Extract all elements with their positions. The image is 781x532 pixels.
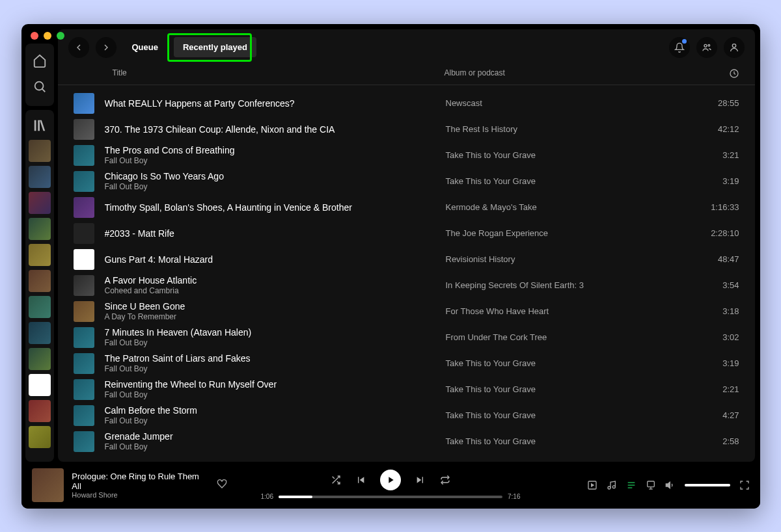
library-item[interactable] xyxy=(29,296,51,318)
library-item[interactable] xyxy=(29,322,51,344)
track-album[interactable]: In Keeping Secrets Of Silent Earth: 3 xyxy=(446,280,690,290)
track-title[interactable]: 370. The 1973 Chilean Coup: Allende, Nix… xyxy=(105,124,435,135)
fullscreen-button[interactable] xyxy=(739,480,750,490)
track-artist[interactable]: Fall Out Boy xyxy=(105,416,435,425)
track-title[interactable]: Guns Part 4: Moral Hazard xyxy=(105,254,435,265)
library-item[interactable] xyxy=(29,348,51,370)
now-playing-view-button[interactable] xyxy=(587,480,597,490)
svg-point-4 xyxy=(708,44,710,46)
track-row[interactable]: 7 Minutes In Heaven (Atavan Halen)Fall O… xyxy=(58,325,755,351)
track-row[interactable]: #2033 - Matt RifeThe Joe Rogan Experienc… xyxy=(58,220,755,246)
back-button[interactable] xyxy=(68,37,89,58)
volume-icon[interactable] xyxy=(665,480,676,490)
search-icon[interactable] xyxy=(27,75,53,98)
svg-point-5 xyxy=(732,44,735,47)
track-row[interactable]: The Patron Saint of Liars and FakesFall … xyxy=(58,351,755,377)
track-title[interactable]: Calm Before the Storm xyxy=(105,405,435,416)
seek-bar[interactable] xyxy=(279,496,502,498)
library-item[interactable] xyxy=(29,270,51,292)
track-artist[interactable]: Fall Out Boy xyxy=(105,156,435,165)
tab-recently-played[interactable]: Recently played xyxy=(174,37,256,57)
track-row[interactable]: 370. The 1973 Chilean Coup: Allende, Nix… xyxy=(58,116,755,142)
library-item[interactable] xyxy=(29,218,51,240)
track-artist[interactable]: Coheed and Cambria xyxy=(105,286,435,295)
like-button[interactable] xyxy=(217,479,227,492)
track-album[interactable]: Newscast xyxy=(446,98,690,108)
track-row[interactable]: The Pros and Cons of BreathingFall Out B… xyxy=(58,142,755,168)
track-title[interactable]: The Pros and Cons of Breathing xyxy=(105,145,435,155)
track-title[interactable]: #2033 - Matt Rife xyxy=(105,228,435,239)
track-artist[interactable]: Fall Out Boy xyxy=(105,442,435,451)
now-playing-artist[interactable]: Howard Shore xyxy=(72,491,204,499)
library-item[interactable] xyxy=(29,244,51,266)
track-album[interactable]: Take This to Your Grave xyxy=(446,384,690,394)
track-row[interactable]: Since U Been GoneA Day To RememberFor Th… xyxy=(58,299,755,325)
track-title[interactable]: Reinventing the Wheel to Run Myself Over xyxy=(105,379,435,390)
track-title[interactable]: Grenade Jumper xyxy=(105,431,435,442)
track-row[interactable]: Guns Part 4: Moral HazardRevisionist His… xyxy=(58,246,755,273)
library-item[interactable] xyxy=(29,192,51,214)
maximize-window[interactable] xyxy=(57,32,64,40)
track-art xyxy=(74,119,94,140)
track-album[interactable]: Kermode & Mayo's Take xyxy=(446,202,690,212)
track-album[interactable]: Take This to Your Grave xyxy=(446,150,690,160)
track-title[interactable]: 7 Minutes In Heaven (Atavan Halen) xyxy=(105,327,435,338)
now-playing-art[interactable] xyxy=(32,468,64,502)
track-art xyxy=(74,301,94,322)
track-artist[interactable]: Fall Out Boy xyxy=(105,390,435,399)
track-album[interactable]: The Joe Rogan Experience xyxy=(446,228,690,238)
next-button[interactable] xyxy=(415,475,426,485)
track-artist[interactable]: Fall Out Boy xyxy=(105,364,435,373)
track-artist[interactable]: Fall Out Boy xyxy=(105,182,435,191)
track-album[interactable]: Take This to Your Grave xyxy=(446,436,690,446)
friends-icon[interactable] xyxy=(696,37,717,58)
track-row[interactable]: Chicago Is So Two Years AgoFall Out BoyT… xyxy=(58,168,755,194)
track-row[interactable]: A Favor House AtlanticCoheed and Cambria… xyxy=(58,273,755,299)
track-row[interactable]: Timothy Spall, Bolan's Shoes, A Haunting… xyxy=(58,194,755,220)
play-button[interactable] xyxy=(380,470,401,490)
repeat-button[interactable] xyxy=(440,475,450,485)
track-album[interactable]: Revisionist History xyxy=(446,254,690,264)
previous-button[interactable] xyxy=(355,475,366,485)
track-artist[interactable]: A Day To Remember xyxy=(105,312,435,321)
track-art xyxy=(74,405,94,426)
window-traffic-lights[interactable] xyxy=(31,32,64,40)
track-row[interactable]: Calm Before the StormFall Out BoyTake Th… xyxy=(58,403,755,429)
track-title[interactable]: The Patron Saint of Liars and Fakes xyxy=(105,353,435,364)
track-title[interactable]: A Favor House Atlantic xyxy=(105,275,435,286)
track-art xyxy=(74,379,94,400)
close-window[interactable] xyxy=(31,32,38,40)
library-icon[interactable] xyxy=(27,115,53,136)
track-row[interactable]: Reinventing the Wheel to Run Myself Over… xyxy=(58,377,755,403)
volume-bar[interactable] xyxy=(685,484,730,486)
library-item[interactable] xyxy=(29,166,51,188)
home-icon[interactable] xyxy=(27,49,53,72)
track-title[interactable]: What REALLY Happens at Party Conferences… xyxy=(105,98,435,109)
track-row[interactable]: Grenade JumperFall Out BoyTake This to Y… xyxy=(58,429,755,455)
track-album[interactable]: The Rest Is History xyxy=(446,124,690,134)
now-playing-title[interactable]: Prologue: One Ring to Rule Them All xyxy=(72,472,204,491)
track-album[interactable]: Take This to Your Grave xyxy=(446,358,690,368)
track-row[interactable]: What REALLY Happens at Party Conferences… xyxy=(58,90,755,116)
forward-button[interactable] xyxy=(96,37,116,58)
library-item[interactable] xyxy=(29,400,51,422)
track-title[interactable]: Chicago Is So Two Years Ago xyxy=(105,171,435,181)
minimize-window[interactable] xyxy=(44,32,51,40)
track-album[interactable]: For Those Who Have Heart xyxy=(446,306,690,316)
library-item[interactable] xyxy=(29,426,51,448)
devices-button[interactable] xyxy=(646,480,656,490)
queue-button[interactable] xyxy=(626,480,637,490)
track-album[interactable]: Take This to Your Grave xyxy=(446,410,690,420)
notifications-icon[interactable] xyxy=(669,37,690,58)
library-item[interactable] xyxy=(29,374,51,396)
track-artist[interactable]: Fall Out Boy xyxy=(105,338,435,347)
lyrics-button[interactable] xyxy=(607,480,617,490)
track-album[interactable]: Take This to Your Grave xyxy=(446,176,690,186)
track-album[interactable]: From Under The Cork Tree xyxy=(446,332,690,342)
library-item[interactable] xyxy=(29,140,51,162)
track-title[interactable]: Timothy Spall, Bolan's Shoes, A Haunting… xyxy=(105,202,435,213)
profile-icon[interactable] xyxy=(724,37,745,58)
shuffle-button[interactable] xyxy=(331,475,341,485)
tab-queue[interactable]: Queue xyxy=(123,37,167,57)
track-title[interactable]: Since U Been Gone xyxy=(105,301,435,312)
